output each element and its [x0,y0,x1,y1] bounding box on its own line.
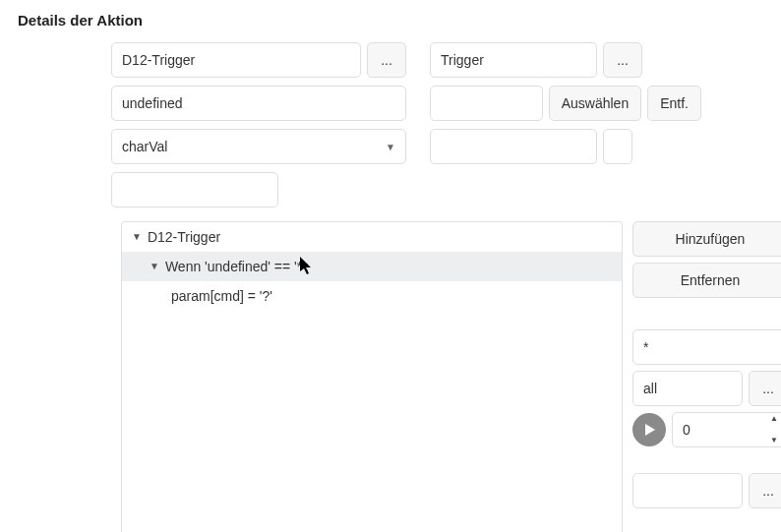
target-value-field[interactable] [430,86,543,121]
type-select[interactable]: charVal ▼ [111,129,406,164]
value-field[interactable]: undefined [111,86,406,121]
tree-root-label: D12-Trigger [148,229,220,245]
add-button[interactable]: Hinzufügen [632,221,781,257]
expand-icon: ▼ [132,232,142,242]
extra-small-field[interactable] [603,129,632,164]
remove-button[interactable]: Entfernen [632,263,781,298]
caret-down-icon: ▼ [386,142,395,152]
index-spinner-value: 0 [683,422,691,438]
tree-assignment-row[interactable]: param[cmd] = '?' [122,281,622,311]
spinner-up-button[interactable]: ▲ [767,415,781,423]
remove-short-button[interactable]: Entf. [647,86,701,121]
tree-assignment-label: param[cmd] = '?' [171,288,272,304]
scope-browse-button[interactable]: ... [749,371,781,406]
tree-root-row[interactable]: ▼ D12-Trigger [122,222,622,252]
select-button[interactable]: Auswählen [549,86,642,121]
index-spinner[interactable]: 0 ▲ ▼ [672,412,781,447]
trigger-name-browse-button[interactable]: ... [367,42,406,78]
action-tree[interactable]: ▼ D12-Trigger ▼ Wenn 'undefined' == '*':… [121,221,623,532]
pattern-field[interactable]: * [632,329,781,365]
play-icon [641,422,657,438]
blank-field[interactable] [111,172,278,207]
page-title: Details der Aktion [18,12,763,29]
spinner-down-button[interactable]: ▼ [767,437,781,444]
svg-marker-0 [645,424,655,436]
bottom-browse-button[interactable]: ... [749,473,781,508]
target-type-browse-button[interactable]: ... [603,42,642,78]
expand-icon: ▼ [150,262,159,271]
scope-field[interactable]: all [632,371,743,406]
play-button[interactable] [632,413,666,446]
target-type-field[interactable]: Trigger [430,42,597,78]
trigger-name-field[interactable]: D12-Trigger [111,42,361,78]
tree-condition-row[interactable]: ▼ Wenn 'undefined' == '*': [122,252,622,281]
extra-field[interactable] [430,129,597,164]
type-select-value: charVal [122,139,167,154]
tree-condition-label: Wenn 'undefined' == '*': [165,259,309,274]
bottom-field[interactable] [632,473,743,508]
